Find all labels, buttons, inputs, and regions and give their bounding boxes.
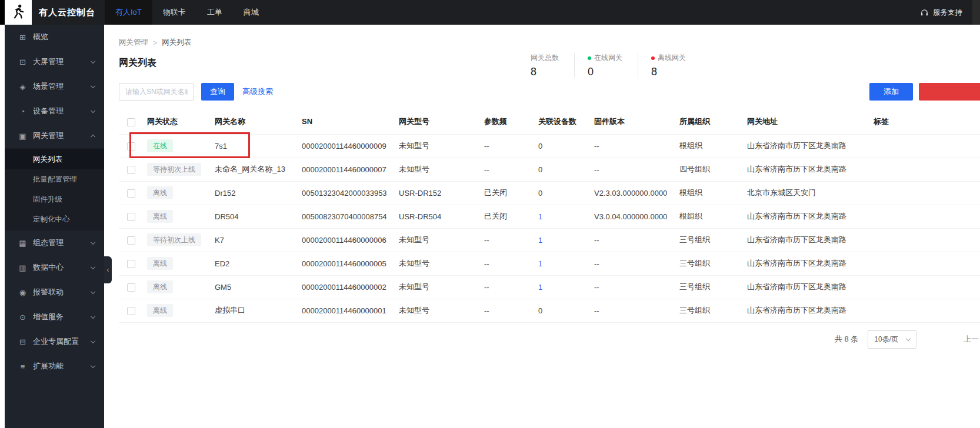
table-row: 离线ED200002000114460000005未知型号--1--三号组织山东… [119, 252, 980, 275]
sidebar-item-device[interactable]: ◔设备管理 [5, 99, 104, 123]
gateway-name[interactable]: 7s1 [215, 134, 302, 158]
firmware-version: -- [594, 275, 679, 299]
gateway-table: 网关状态网关名称SN网关型号参数频关联设备数固件版本所属组织网关地址标签 在线7… [119, 109, 980, 323]
row-select-cell [119, 205, 147, 228]
submenu-gateway: 网关列表批量配置管理固件升级定制化中心 [5, 148, 104, 230]
column-header: 网关名称 [215, 109, 302, 134]
param-status: -- [484, 158, 538, 181]
organization: 根组织 [679, 134, 747, 158]
row-checkbox[interactable] [127, 189, 135, 198]
dashboard-icon: ⊞ [18, 33, 28, 42]
table-header-row: 网关状态网关名称SN网关型号参数频关联设备数固件版本所属组织网关地址标签 [119, 109, 980, 134]
organization: 根组织 [679, 181, 747, 205]
column-header: 标签 [874, 109, 980, 134]
row-checkbox[interactable] [127, 142, 135, 151]
gateway-name[interactable]: GM5 [215, 275, 302, 299]
row-checkbox[interactable] [127, 307, 135, 315]
sidebar-subitem[interactable]: 批量配置管理 [5, 169, 104, 189]
prev-page-button[interactable]: 上一 [964, 334, 979, 345]
support-link[interactable]: 服务支持 [933, 8, 962, 18]
device-count[interactable]: 1 [538, 259, 542, 268]
stat-offline: 离线网关8 [638, 53, 701, 78]
gateway-tag [874, 299, 980, 322]
sidebar-item-label: 概览 [33, 32, 95, 42]
status-badge: 等待初次上线 [147, 233, 201, 247]
logo[interactable] [5, 0, 32, 25]
sidebar-item-configuration[interactable]: ▦组态管理 [5, 230, 104, 255]
sidebar-subitem[interactable]: 固件升级 [5, 189, 104, 209]
breadcrumb-parent[interactable]: 网关管理 [119, 38, 148, 48]
stat-value: 8 [651, 66, 686, 78]
layers-icon: ≡ [18, 362, 28, 371]
status-cell: 等待初次上线 [147, 228, 215, 252]
sidebar-item-data-center[interactable]: ▥数据中心 [5, 255, 104, 280]
row-checkbox[interactable] [127, 166, 135, 174]
sidebar-item-screen[interactable]: ⊡大屏管理 [5, 49, 104, 74]
device-count[interactable]: 1 [538, 236, 542, 245]
gateway-tag [874, 252, 980, 275]
device-count[interactable]: 1 [538, 212, 542, 221]
select-all-checkbox[interactable] [127, 118, 135, 126]
page-size-select[interactable]: 10条/页 [868, 330, 916, 349]
row-checkbox[interactable] [127, 260, 135, 268]
device-count[interactable]: 1 [538, 283, 542, 292]
param-status: -- [484, 134, 538, 158]
sidebar-item-value-added[interactable]: ⊙增值服务 [5, 305, 104, 329]
status-dot [651, 56, 655, 60]
sidebar-menu: ⊞概览⊡大屏管理◈场景管理◔设备管理▣网关管理网关列表批量配置管理固件升级定制化… [5, 25, 104, 379]
headset-icon [920, 8, 929, 17]
organization: 三号组织 [679, 275, 747, 299]
sidebar-subitem[interactable]: 网关列表 [5, 149, 104, 169]
table-row: 等待初次上线未命名_网关名称_1300002000114460000007未知型… [119, 158, 980, 181]
row-checkbox[interactable] [127, 213, 135, 221]
gateway-model: 未知型号 [399, 252, 484, 275]
select-all-cell [119, 109, 147, 134]
gateway-name[interactable]: K7 [215, 228, 302, 252]
top-tab-usr-iot[interactable]: 有人IoT [105, 0, 152, 25]
param-status: 已关闭 [484, 181, 538, 205]
status-cell: 等待初次上线 [147, 158, 215, 181]
gateway-model: 未知型号 [399, 228, 484, 252]
gateway-address: 山东省济南市历下区龙奥南路 [747, 134, 874, 158]
top-tab-work-order[interactable]: 工单 [196, 0, 233, 25]
gateway-name[interactable]: 虚拟串口 [215, 299, 302, 322]
row-checkbox[interactable] [127, 283, 135, 292]
gateway-name[interactable]: ED2 [215, 252, 302, 275]
sidebar-item-scene[interactable]: ◈场景管理 [5, 74, 104, 99]
organization: 三号组织 [679, 299, 747, 322]
query-button[interactable]: 查询 [201, 83, 234, 101]
sidebar-item-gateway[interactable]: ▣网关管理 [5, 123, 104, 148]
row-select-cell [119, 299, 147, 322]
search-input[interactable] [119, 83, 194, 101]
gateway-sn: 00002000114460000002 [302, 275, 399, 299]
sidebar-item-alarm[interactable]: ◉报警联动 [5, 280, 104, 305]
top-tab-mall[interactable]: 商城 [233, 0, 269, 25]
top-tab-iot-card[interactable]: 物联卡 [152, 0, 196, 25]
sidebar-subitem[interactable]: 定制化中心 [5, 209, 104, 229]
sidebar-item-label: 组态管理 [33, 238, 91, 248]
gateway-name[interactable]: DR504 [215, 205, 302, 228]
column-header: 网关型号 [399, 109, 484, 134]
device-count-cell: 1 [538, 205, 594, 228]
gateway-sn: 00501323042000033953 [302, 181, 399, 205]
column-header: 网关状态 [147, 109, 215, 134]
row-checkbox[interactable] [127, 236, 135, 245]
danger-button-partial[interactable] [919, 83, 980, 101]
gateway-model: 未知型号 [399, 275, 484, 299]
sidebar: ⊞概览⊡大屏管理◈场景管理◔设备管理▣网关管理网关列表批量配置管理固件升级定制化… [5, 25, 104, 428]
gateway-name[interactable]: Dr152 [215, 181, 302, 205]
gateway-address: 山东省济南市历下区龙奥南路 [747, 228, 874, 252]
sidebar-item-label: 报警联动 [33, 287, 91, 297]
page-size-value: 10条/页 [874, 335, 898, 345]
row-select-cell [119, 275, 147, 299]
sidebar-collapse-handle[interactable]: ‹ [104, 256, 112, 283]
advanced-search-link[interactable]: 高级搜索 [242, 86, 273, 97]
sidebar-item-overview[interactable]: ⊞概览 [5, 25, 104, 49]
firmware-version: -- [594, 299, 679, 322]
sidebar-item-enterprise[interactable]: ⊟企业专属配置 [5, 329, 104, 354]
navbar-cutoff-item[interactable] [972, 0, 980, 25]
sidebar-item-extensions[interactable]: ≡扩展功能 [5, 354, 104, 379]
device-pie-icon: ◔ [18, 107, 28, 116]
gateway-name[interactable]: 未命名_网关名称_13 [215, 158, 302, 181]
add-button[interactable]: 添加 [869, 83, 913, 101]
